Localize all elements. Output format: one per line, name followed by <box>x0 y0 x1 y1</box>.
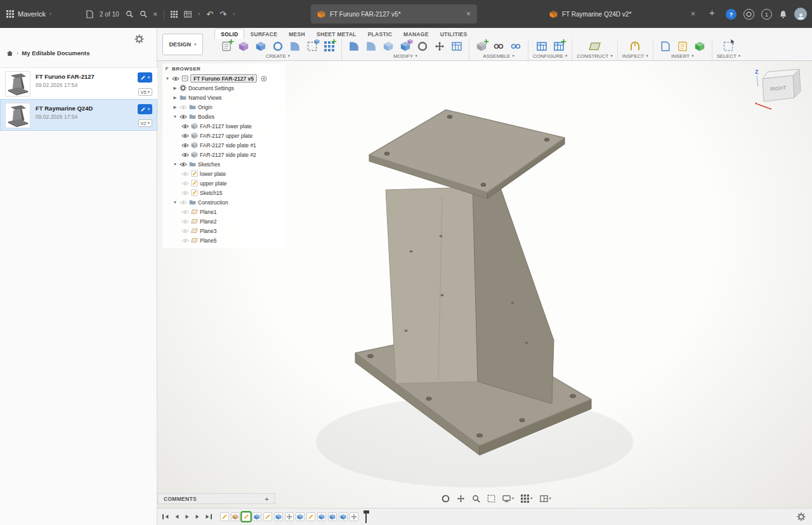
timeline-sketch-feature[interactable] <box>306 512 315 521</box>
play-button[interactable] <box>185 514 190 519</box>
document-card-furuno[interactable]: FT Furuno FAR-2127 09.02.2026 17:54 ▾ V5… <box>0 67 157 99</box>
chevron-right-icon[interactable]: ▶ <box>173 105 178 110</box>
tab-utilities[interactable]: UTILITIES <box>435 29 473 39</box>
page-icon[interactable] <box>86 10 93 18</box>
skip-to-start-button[interactable] <box>162 514 169 519</box>
tab-surface[interactable]: SURFACE <box>244 29 283 39</box>
document-tab-furuno[interactable]: FT Furuno FAR-2127 v5* × <box>311 4 477 23</box>
tab-title[interactable]: FT Raymarine Q24D v2* <box>562 11 686 18</box>
tab-manage[interactable]: MANAGE <box>398 29 435 39</box>
open-document-button[interactable]: ▾ <box>138 72 152 83</box>
tree-label[interactable]: Document Settings <box>188 85 234 91</box>
visibility-eye-icon[interactable] <box>172 76 180 81</box>
browser-item-plane3[interactable]: Plane3 <box>162 226 285 236</box>
tree-label[interactable]: Bodies <box>198 114 214 120</box>
redo-icon[interactable]: ↷ <box>219 10 226 18</box>
chevron-right-icon[interactable]: ▶ <box>173 95 178 100</box>
visibility-eye-icon[interactable] <box>180 114 187 119</box>
browser-item-construction[interactable]: ▼ Construction <box>162 197 285 207</box>
chevron-down-icon[interactable]: ▾ <box>148 76 150 80</box>
browser-item-sketches[interactable]: ▼ Sketches <box>162 159 285 169</box>
grid-view-icon[interactable] <box>171 11 178 18</box>
tab-solid[interactable]: SOLID <box>214 29 244 39</box>
visibility-eye-icon[interactable] <box>181 152 189 157</box>
tree-label[interactable]: Plane2 <box>200 218 216 225</box>
revolve-tool[interactable] <box>270 39 285 53</box>
tree-label[interactable]: Named Views <box>188 95 221 101</box>
timeline-sketch-feature[interactable] <box>263 512 272 521</box>
visibility-eye-icon[interactable] <box>181 190 189 196</box>
tree-label[interactable]: Plane5 <box>200 237 216 244</box>
extrude-tool[interactable] <box>253 39 268 53</box>
fillet-tool[interactable] <box>363 39 379 53</box>
browser-item-sketch15[interactable]: Sketch15 <box>162 188 285 197</box>
timeline-extrude-feature[interactable] <box>252 512 261 521</box>
browser-item-origin[interactable]: ▶ Origin <box>162 102 285 112</box>
create-sketch-tool[interactable] <box>219 39 234 53</box>
browser-item-plane1[interactable]: Plane1 <box>162 207 285 216</box>
gear-icon[interactable] <box>134 34 144 44</box>
tree-label[interactable]: Construction <box>198 199 228 206</box>
tree-label[interactable]: FAR-2127 lower plate <box>200 123 252 130</box>
browser-item-body-lower-plate[interactable]: FAR-2127 lower plate <box>162 121 285 131</box>
visibility-eye-icon[interactable] <box>181 219 189 224</box>
browser-item-body-side-plate-1[interactable]: FAR-2127 side plate #1 <box>162 140 285 150</box>
visibility-eye-icon[interactable] <box>180 105 187 110</box>
step-forward-button[interactable] <box>195 514 200 519</box>
display-settings-button[interactable]: ▾ <box>502 495 514 503</box>
tree-label[interactable]: lower plate <box>200 171 226 177</box>
step-back-button[interactable] <box>174 514 180 519</box>
visibility-eye-icon[interactable] <box>180 162 187 167</box>
tree-label[interactable]: upper plate <box>200 180 227 187</box>
list-view-icon[interactable] <box>184 11 192 18</box>
close-icon[interactable]: × <box>154 11 157 18</box>
undo-icon[interactable]: ↶ <box>206 10 213 18</box>
visibility-eye-icon[interactable] <box>181 171 189 176</box>
version-badge[interactable]: V2▾ <box>138 119 152 127</box>
change-parameters-tool[interactable] <box>449 39 464 53</box>
visibility-eye-icon[interactable] <box>181 124 189 129</box>
collapse-icon[interactable] <box>166 67 169 70</box>
new-component-tool[interactable] <box>474 39 489 53</box>
search-icon[interactable] <box>140 10 147 18</box>
timeline-form-feature[interactable] <box>231 512 240 521</box>
root-document-label[interactable]: FT Furuno FAR-2127 v5 <box>190 74 257 83</box>
grid-settings-button[interactable]: ▾ <box>521 495 532 503</box>
job-status-icon[interactable] <box>743 9 754 20</box>
browser-item-body-upper-plate[interactable]: FAR-2127 upper plate <box>162 131 285 140</box>
assemble-group-label[interactable]: ASSEMBLE▾ <box>483 53 514 59</box>
browser-item-document-settings[interactable]: ▶ Document Settings <box>162 83 285 93</box>
view-cube[interactable]: Z RIGHT <box>750 65 806 116</box>
chevron-down-icon[interactable]: ▼ <box>165 76 170 81</box>
avatar[interactable] <box>794 8 807 20</box>
visibility-eye-icon[interactable] <box>181 229 189 234</box>
visibility-eye-icon[interactable] <box>181 209 189 215</box>
help-icon[interactable]: ? <box>726 9 737 20</box>
breadcrumb-label[interactable]: My Editable Documents <box>22 50 89 56</box>
breadcrumb[interactable]: › My Editable Documents <box>6 50 90 56</box>
viewport[interactable]: BROWSER ▼ FT Furuno FAR-2127 v5 ▶ Docume… <box>157 61 812 508</box>
document-card-raymarine[interactable]: FT Raymarine Q24D 09.02.2026 17:54 ▾ V2▾ <box>0 99 157 131</box>
tree-label[interactable]: Sketches <box>198 161 220 168</box>
timeline-extrude-feature[interactable] <box>317 512 326 521</box>
joint-tool[interactable] <box>491 39 506 53</box>
create-form-tool[interactable] <box>236 39 251 53</box>
add-comment-button[interactable]: + <box>265 495 269 503</box>
select-tool[interactable] <box>721 39 736 53</box>
visibility-eye-icon[interactable] <box>180 200 187 205</box>
bell-icon[interactable] <box>779 10 787 18</box>
chevron-down-icon[interactable]: ▼ <box>173 114 178 119</box>
timeline-extrude-feature[interactable] <box>328 512 337 521</box>
tree-label[interactable]: Origin <box>198 104 213 110</box>
shell-tool[interactable] <box>381 39 396 53</box>
tree-label[interactable]: Plane1 <box>200 209 216 215</box>
app-menu[interactable]: Maverick ▾ <box>6 0 51 28</box>
create-group-label[interactable]: CREATE▾ <box>266 53 290 59</box>
tab-mesh[interactable]: MESH <box>283 29 311 39</box>
open-document-button[interactable]: ▾ <box>138 104 152 114</box>
chevron-right-icon[interactable]: ▶ <box>173 86 178 91</box>
timeline-extrude-feature[interactable] <box>339 512 348 521</box>
tree-label[interactable]: FAR-2127 side plate #2 <box>200 152 256 158</box>
tab-plastic[interactable]: PLASTIC <box>362 29 398 39</box>
visibility-eye-icon[interactable] <box>181 181 189 186</box>
